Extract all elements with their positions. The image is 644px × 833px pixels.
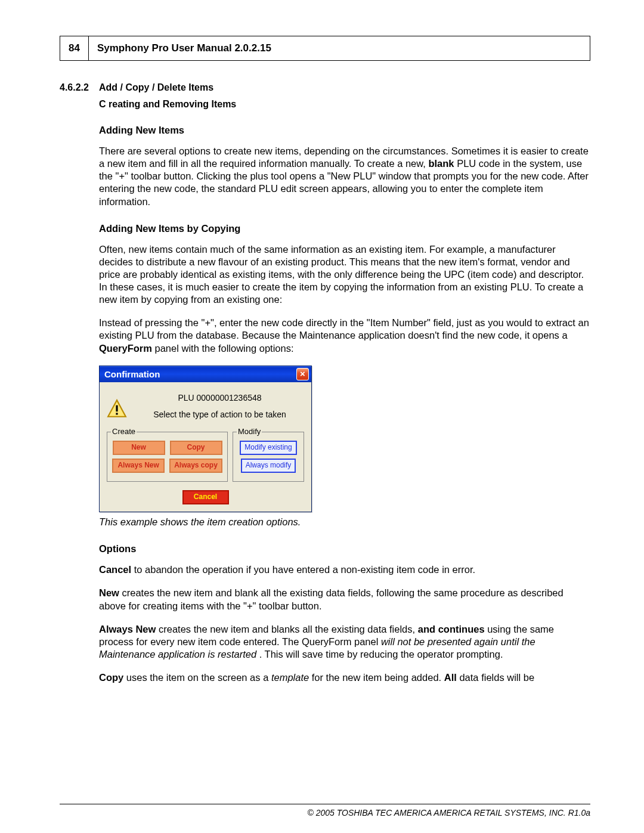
text: uses the item on the screen as a (123, 672, 271, 683)
text: creates the new item and blanks all the … (156, 624, 417, 634)
dialog-titlebar: Confirmation × (100, 366, 311, 382)
modify-legend: Modify (237, 427, 262, 437)
figure-caption: This example shows the item creation opt… (99, 516, 590, 528)
text: . This will save time by reducing the op… (256, 649, 503, 659)
dialog-message: PLU 00000001236548 Select the type of ac… (135, 393, 304, 420)
section-number: 4.6.2.2 (60, 82, 99, 93)
cancel-row: Cancel (107, 490, 304, 504)
always-new-button[interactable]: Always New (112, 459, 165, 473)
para-option-new: New creates the new item and blank all t… (99, 587, 590, 612)
heading-adding-new-items: Adding New Items (99, 124, 590, 137)
warning-icon (107, 399, 127, 419)
modify-existing-button[interactable]: Modify existing (240, 441, 296, 455)
page-number: 84 (60, 36, 88, 61)
always-modify-button[interactable]: Always modify (241, 459, 296, 473)
text: to abandon the operation if you have ent… (131, 564, 475, 575)
cancel-button[interactable]: Cancel (182, 490, 229, 504)
page-header: 84 Symphony Pro User Manual 2.0.2.15 (60, 36, 590, 61)
text: for the new item being added. (309, 672, 444, 683)
create-legend: Create (111, 427, 137, 437)
opt-always-new-label: Always New (99, 624, 156, 634)
copy-button[interactable]: Copy (170, 441, 222, 455)
footer-divider (60, 804, 590, 804)
instruction-text: Select the type of action to be taken (135, 410, 304, 420)
document-page: 84 Symphony Pro User Manual 2.0.2.15 4.6… (0, 0, 644, 833)
text-bold-all: All (444, 672, 457, 683)
dialog-body: PLU 00000001236548 Select the type of ac… (100, 382, 311, 512)
modify-group: Modify Modify existing Always modify (233, 427, 304, 482)
always-copy-button[interactable]: Always copy (169, 459, 222, 473)
text: creates the new item and blank all the e… (99, 587, 564, 611)
text-bold-queryform: QueryForm (99, 343, 152, 354)
svg-rect-2 (116, 413, 117, 414)
para-copy-2: Instead of pressing the "+", enter the n… (99, 317, 590, 354)
text: data fields will be (457, 672, 534, 683)
section-title: Add / Copy / Delete Items (99, 82, 213, 93)
content-column: Adding New Items There are several optio… (99, 124, 590, 684)
opt-new-label: New (99, 587, 119, 598)
text: Instead of pressing the "+", enter the n… (99, 317, 589, 340)
text: panel with the following options: (152, 343, 294, 354)
opt-cancel-label: Cancel (99, 564, 131, 575)
para-option-cancel: Cancel to abandon the operation if you h… (99, 563, 590, 576)
heading-adding-by-copying: Adding New Items by Copying (99, 222, 590, 235)
dialog-message-row: PLU 00000001236548 Select the type of ac… (107, 393, 304, 420)
text-bold-and-continues: and continues (418, 624, 485, 634)
button-groups-row: Create New Copy Always New Always copy M… (107, 427, 304, 482)
plu-code-text: PLU 00000001236548 (135, 393, 304, 404)
heading-options: Options (99, 543, 590, 555)
section-subtitle: C reating and Removing Items (99, 99, 590, 110)
text-italic-template: template (271, 672, 309, 683)
create-group: Create New Copy Always New Always copy (107, 427, 228, 482)
svg-rect-1 (116, 405, 117, 411)
opt-copy-label: Copy (99, 672, 123, 683)
para-option-always-new: Always New creates the new item and blan… (99, 623, 590, 661)
para-adding-new: There are several options to create new … (99, 145, 590, 208)
section-heading-row: 4.6.2.2 Add / Copy / Delete Items (60, 82, 590, 93)
para-copy-1: Often, new items contain much of the sam… (99, 243, 590, 306)
text-bold-blank: blank (428, 158, 454, 169)
confirmation-dialog: Confirmation × PLU 00000001236548 Select… (99, 366, 312, 512)
footer-copyright: © 2005 TOSHIBA TEC AMERICA AMERICA RETAI… (307, 808, 590, 817)
dialog-title: Confirmation (104, 368, 160, 380)
document-title: Symphony Pro User Manual 2.0.2.15 (88, 36, 590, 61)
close-icon[interactable]: × (296, 368, 309, 380)
new-button[interactable]: New (113, 441, 165, 455)
para-option-copy: Copy uses the item on the screen as a te… (99, 671, 590, 684)
